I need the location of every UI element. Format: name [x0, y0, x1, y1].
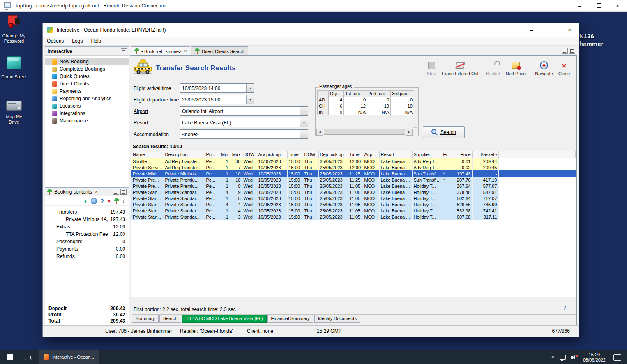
desktop-icon-change-my-password[interactable]: Change My Password — [1, 15, 27, 44]
column-header-supplier[interactable]: Supplier — [412, 151, 442, 158]
add-icon[interactable]: + — [84, 198, 87, 204]
booking-row[interactable]: Private Minibus 4A,197.43 — [45, 216, 129, 223]
close-button[interactable]: × Close — [556, 61, 572, 80]
sidebar-item-payments[interactable]: Payments — [45, 88, 129, 95]
column-header-pri[interactable]: Pri... — [205, 151, 219, 158]
sidebar-item-quick-quotes[interactable]: Quick Quotes — [45, 73, 129, 80]
navigate-button[interactable]: Navigate — [534, 61, 554, 80]
nett-price-button[interactable]: Nett Price — [501, 61, 530, 80]
window-close-button[interactable]: × — [560, 23, 579, 37]
search-button[interactable]: Search — [423, 126, 465, 138]
table-row[interactable]: Private Pre...Private Premiu...Pe...18We… — [131, 183, 576, 189]
action-center-icon[interactable] — [613, 354, 621, 361]
window-maximize-button[interactable] — [541, 23, 560, 37]
accommodation-combo[interactable]: <none> ▼ — [180, 129, 308, 139]
table-row[interactable]: ShuttleAd Req Transfer...Pe...130Wed10/0… — [131, 158, 576, 165]
passenger-age-cell[interactable]: 12 — [344, 103, 367, 109]
passenger-age-cell[interactable]: 0 — [367, 97, 391, 103]
passenger-age-cell[interactable]: 10 — [391, 103, 414, 109]
tab-search[interactable]: Search — [159, 315, 181, 323]
desktop-icon-map-my-drive[interactable]: Map My Drive — [1, 101, 27, 125]
sidebar-item-direct-clients[interactable]: Direct Clients — [45, 80, 129, 88]
table-row[interactable]: Private Stan...Private Standar...Pe...44… — [131, 201, 576, 207]
rdp-close-button[interactable]: × — [608, 0, 627, 11]
panel-toggle-icon[interactable] — [121, 48, 127, 54]
passenger-age-cell[interactable]: 0 — [344, 97, 367, 103]
table-row[interactable]: Private Stan...Private Standar...Pe...49… — [131, 189, 576, 195]
airport-combo[interactable]: Orlando Intl Airport ▼ — [180, 106, 308, 116]
palm-tree-icon[interactable] — [114, 198, 119, 204]
rdp-minimize-button[interactable]: – — [570, 0, 589, 11]
stop-button[interactable]: Stop — [423, 61, 440, 80]
booking-row[interactable]: TTA Protection Fee12.00 — [45, 230, 129, 238]
scroll-left-icon[interactable]: ◄ — [316, 129, 323, 136]
sidebar-item-new-booking[interactable]: New Booking — [45, 58, 129, 65]
start-button[interactable] — [0, 350, 20, 364]
passenger-age-cell[interactable]: N/A — [391, 109, 414, 115]
tab-trf-4a-6c-mco-lake-buena-vista-fl[interactable]: Trf 4A,6C MCO Lake Buena Vista (FL) — [182, 315, 267, 323]
menu-options[interactable]: Options — [43, 37, 68, 45]
booking-row[interactable]: Passengers0 — [45, 238, 129, 245]
float-panel-icon[interactable] — [120, 189, 127, 195]
info-icon[interactable]: i — [123, 198, 124, 204]
close-tab-icon[interactable]: × — [184, 49, 187, 53]
passenger-age-cell[interactable]: 6 — [329, 103, 344, 109]
table-row[interactable]: Private Stan...Private Standar...Pe...13… — [131, 214, 576, 220]
resort-combo[interactable]: Lake Buena Vista (FL) ▼ — [180, 118, 308, 127]
menu-help[interactable]: Help — [87, 37, 105, 45]
column-header-time[interactable]: Time — [348, 151, 363, 158]
passenger-age-cell[interactable]: N/A — [367, 109, 391, 115]
column-header-min[interactable]: Min — [219, 151, 230, 158]
passenger-age-cell[interactable]: 4 — [329, 97, 344, 103]
help-icon[interactable]: ? — [101, 198, 104, 204]
desktop-icon-como-street[interactable]: Como Street — [1, 56, 27, 80]
scrollbar-thumb[interactable] — [324, 129, 405, 135]
dropdown-arrow-icon[interactable]: ▼ — [246, 84, 254, 92]
menu-logs[interactable]: Logs — [68, 37, 87, 45]
dropdown-arrow-icon[interactable]: ▼ — [246, 95, 254, 104]
column-header-arv-pick-up[interactable]: Arv pick up — [257, 151, 287, 158]
globe-icon[interactable] — [91, 198, 97, 204]
booking-row[interactable]: Refunds0.00 — [45, 253, 129, 260]
scroll-right-icon[interactable]: ► — [406, 129, 413, 136]
resort-link[interactable]: Resort — [134, 120, 180, 126]
taskbar-clock[interactable]: 15:29 08/06/2022 — [583, 352, 606, 363]
delete-icon[interactable]: × — [108, 198, 111, 204]
dropdown-arrow-icon[interactable]: ▼ — [300, 107, 308, 115]
tab-booking-ref[interactable]: • Book. ref.: <none> × — [131, 46, 190, 55]
sidebar-item-locations[interactable]: Locations — [45, 102, 129, 110]
table-row[interactable]: Private Mini...Private MinibusPe...110We… — [131, 170, 576, 177]
horizontal-scrollbar[interactable]: ◄ ► — [316, 129, 413, 135]
taskbar-app-button[interactable]: Interactive - Ocean... — [39, 350, 99, 364]
column-header-resort[interactable]: Resort — [379, 151, 412, 158]
column-header-dow[interactable]: DOW — [242, 151, 257, 158]
info-icon[interactable]: i — [564, 305, 566, 312]
column-header-price[interactable]: Price — [451, 151, 472, 158]
column-header-er[interactable]: Er — [442, 151, 451, 158]
collapse-tabs-icon[interactable] — [562, 48, 568, 54]
column-header-airp[interactable]: Airp... — [363, 151, 379, 158]
flight-arrival-combo[interactable]: 10/05/2023 14:00 ▼ — [180, 83, 254, 93]
column-header-description[interactable]: Description — [164, 151, 205, 158]
passenger-age-cell[interactable]: 0 — [391, 97, 414, 103]
vertical-scrollbar[interactable] — [413, 91, 417, 128]
volume-muted-icon[interactable]: × — [571, 355, 578, 360]
hidden-icons-caret[interactable]: ^ — [552, 355, 554, 360]
restore-tabs-icon[interactable] — [569, 48, 575, 54]
rdp-maximize-button[interactable] — [589, 0, 608, 11]
column-header-max[interactable]: Max — [230, 151, 242, 158]
dropdown-arrow-icon[interactable]: ▼ — [300, 118, 308, 127]
column-header-basket[interactable]: Basket — [472, 151, 498, 158]
column-header-time[interactable]: Time — [287, 151, 303, 158]
sidebar-item-integrations[interactable]: Integrations — [45, 110, 129, 117]
booking-row[interactable]: Extras12.00 — [45, 223, 129, 230]
column-header-dow[interactable]: DOW — [303, 151, 318, 158]
sidebar-item-reporting-and-analytics[interactable]: Reporting and Analytics — [45, 95, 129, 102]
table-row[interactable]: Private Pre...Private Premiu...Pe...110W… — [131, 177, 576, 183]
tab-summary[interactable]: Summary — [132, 315, 159, 323]
booking-row[interactable]: Payments0.00 — [45, 245, 129, 253]
tab-financial-summary[interactable]: Financial Summary — [267, 315, 314, 323]
table-row[interactable]: Private Stan...Private Standar...Pe...15… — [131, 195, 576, 201]
column-header-dep-pick-up[interactable]: Dep pick up — [318, 151, 348, 158]
tab-identity-documents[interactable]: Identity Documents — [314, 315, 360, 323]
